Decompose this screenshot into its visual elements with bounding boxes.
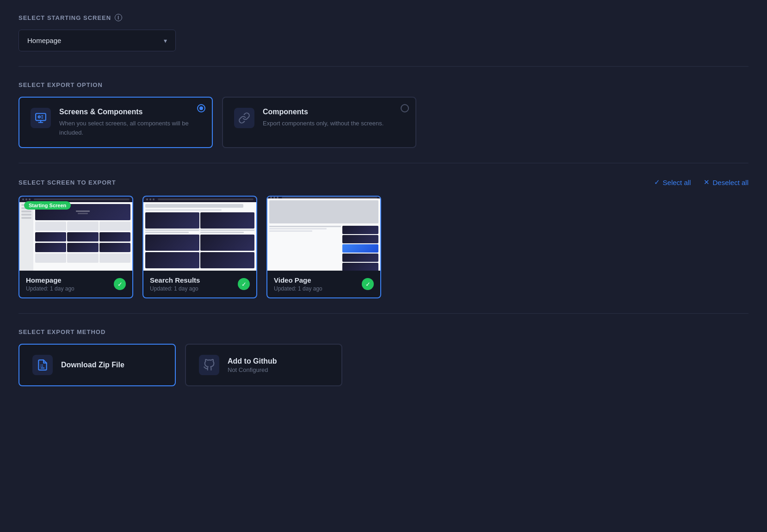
download-zip-title: Download Zip File [61, 361, 124, 369]
screens-grid: Starting Screen [19, 196, 748, 298]
add-to-github-card[interactable]: Add to Github Not Configured [185, 344, 342, 386]
select-all-button[interactable]: ✓ Select all [654, 178, 691, 186]
search-results-updated: Updated: 1 day ago [150, 285, 238, 292]
starting-screen-section: SELECT STARTING SCREEN i Homepage ▾ [19, 14, 748, 51]
export-option-label: SELECT EXPORT OPTION [19, 81, 748, 88]
screen-card-video-page[interactable]: Video Page Updated: 1 day ago ✓ [266, 196, 381, 298]
video-page-thumbnail [267, 197, 380, 271]
export-card-screens-components[interactable]: Screens & Components When you select scr… [19, 97, 213, 148]
video-page-card-info: Video Page Updated: 1 day ago ✓ [267, 271, 380, 297]
add-to-github-title: Add to Github [228, 357, 277, 365]
homepage-check: ✓ [114, 278, 126, 290]
search-results-name: Search Results [150, 276, 238, 284]
download-zip-card[interactable]: Download Zip File [19, 344, 176, 386]
components-desc: Export components only, without the scre… [263, 119, 404, 128]
search-results-card-info: Search Results Updated: 1 day ago ✓ [143, 271, 256, 297]
add-to-github-text: Add to Github Not Configured [228, 357, 277, 373]
zip-file-icon [32, 355, 53, 375]
check-icon: ✓ [654, 178, 660, 186]
homepage-name: Homepage [26, 276, 114, 284]
homepage-updated: Updated: 1 day ago [26, 285, 114, 292]
export-options-container: Screens & Components When you select scr… [19, 97, 748, 148]
video-page-name: Video Page [274, 276, 362, 284]
starting-screen-dropdown[interactable]: Homepage ▾ [19, 30, 176, 51]
export-method-label: SELECT EXPORT METHOD [19, 328, 748, 335]
screen-card-homepage[interactable]: Starting Screen [19, 196, 133, 298]
components-content: Components Export components only, witho… [263, 108, 404, 128]
screen-card-search-results[interactable]: Search Results Updated: 1 day ago ✓ [142, 196, 257, 298]
components-icon [234, 108, 254, 128]
search-results-check: ✓ [238, 278, 250, 290]
screens-components-icon [31, 108, 51, 128]
components-radio[interactable] [401, 104, 409, 112]
screens-components-content: Screens & Components When you select scr… [59, 108, 201, 137]
export-card-components[interactable]: Components Export components only, witho… [222, 97, 416, 148]
homepage-card-info: Homepage Updated: 1 day ago ✓ [19, 271, 132, 297]
screen-actions: ✓ Select all ✕ Deselect all [654, 178, 748, 186]
video-page-updated: Updated: 1 day ago [274, 285, 362, 292]
export-method-section: SELECT EXPORT METHOD Down [19, 328, 748, 386]
homepage-thumbnail: Starting Screen [19, 197, 132, 271]
screens-components-radio[interactable] [197, 104, 205, 112]
screen-select-header: SELECT SCREEN TO EXPORT ✓ Select all ✕ D… [19, 178, 748, 186]
search-results-thumbnail [143, 197, 256, 271]
deselect-all-button[interactable]: ✕ Deselect all [704, 178, 748, 186]
chevron-down-icon: ▾ [164, 37, 167, 44]
github-icon [199, 355, 219, 375]
screen-to-export-label: SELECT SCREEN TO EXPORT [19, 179, 116, 186]
download-zip-text: Download Zip File [61, 361, 124, 369]
screens-components-title: Screens & Components [59, 108, 201, 116]
svg-point-3 [38, 116, 40, 118]
starting-screen-badge: Starting Screen [24, 201, 71, 210]
components-title: Components [263, 108, 404, 116]
cross-icon: ✕ [704, 178, 710, 186]
dropdown-value: Homepage [27, 37, 61, 44]
starting-screen-label: SELECT STARTING SCREEN i [19, 14, 748, 21]
screen-to-export-section: SELECT SCREEN TO EXPORT ✓ Select all ✕ D… [19, 178, 748, 298]
add-to-github-subtitle: Not Configured [228, 366, 277, 373]
method-cards-container: Download Zip File Add to Github Not Conf… [19, 344, 748, 386]
export-option-section: SELECT EXPORT OPTION Screens & Component… [19, 81, 748, 148]
info-icon[interactable]: i [115, 14, 122, 21]
video-page-check: ✓ [362, 278, 374, 290]
screens-components-desc: When you select screens, all components … [59, 119, 201, 137]
